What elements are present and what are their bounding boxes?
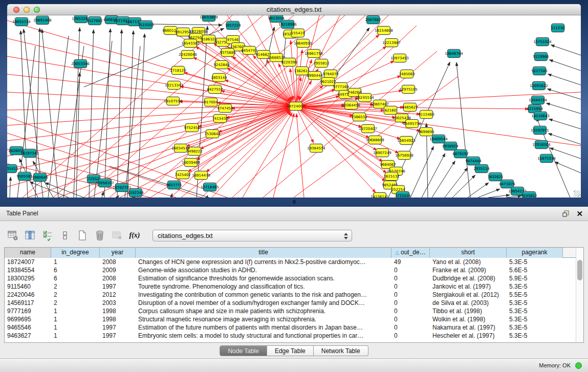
graph-node[interactable]: 12213343 bbox=[167, 81, 181, 90]
graph-node[interactable]: 7515503 bbox=[139, 20, 153, 29]
graph-node[interactable]: 9498222 bbox=[188, 147, 201, 156]
graph-node[interactable]: 917004 bbox=[204, 98, 217, 106]
graph-node[interactable]: 9245652 bbox=[522, 191, 536, 198]
graph-node[interactable]: 14136141 bbox=[373, 192, 386, 198]
graph-node[interactable]: 16409544 bbox=[432, 135, 445, 143]
graph-node[interactable]: 16034519 bbox=[174, 144, 187, 152]
graph-node[interactable]: 2935114 bbox=[475, 164, 488, 173]
graph-node[interactable]: 9752456 bbox=[185, 123, 199, 132]
graph-node[interactable]: 16543382 bbox=[184, 39, 197, 48]
graph-node[interactable]: 9242848 bbox=[215, 60, 228, 69]
graph-node[interactable]: 11675338 bbox=[540, 154, 553, 163]
graph-node[interactable]: 16914479 bbox=[194, 171, 208, 180]
network-window-titlebar[interactable]: citations_edges.txt bbox=[7, 4, 581, 15]
graph-node[interactable]: 19384554 bbox=[310, 144, 323, 152]
graph-node[interactable]: 7857224 bbox=[226, 21, 239, 30]
graph-node[interactable]: 15592971 bbox=[533, 126, 547, 135]
graph-node[interactable]: 8990444 bbox=[308, 71, 321, 80]
row-options-button[interactable] bbox=[58, 229, 72, 242]
graph-node[interactable]: 18107554 bbox=[166, 97, 180, 105]
graph-node[interactable]: 2803144 bbox=[212, 73, 226, 82]
delete-column-button[interactable] bbox=[93, 229, 106, 242]
graph-node[interactable]: 9505581 bbox=[18, 172, 31, 181]
panel-splitter-grip[interactable] bbox=[291, 200, 297, 204]
graph-node[interactable]: 12975105 bbox=[402, 85, 415, 94]
graph-node[interactable]: 12213987 bbox=[385, 38, 398, 47]
graph-node[interactable]: 16210643 bbox=[534, 112, 547, 120]
graph-node[interactable]: 4747451 bbox=[219, 104, 232, 113]
graph-node[interactable]: 111230 bbox=[551, 24, 564, 32]
table-row[interactable]: 969969511998Structural magnetic resonanc… bbox=[5, 315, 583, 323]
tab-edge-table[interactable]: Edge Table bbox=[267, 345, 314, 356]
graph-node[interactable]: 1960646 bbox=[33, 173, 47, 182]
graph-node[interactable]: 19218986 bbox=[281, 20, 294, 29]
table-row[interactable]: 1830029562008Estimation of significance … bbox=[5, 274, 583, 282]
graph-node[interactable]: 22420046 bbox=[181, 50, 194, 59]
graph-node[interactable]: 19055724 bbox=[15, 17, 28, 26]
graph-node[interactable]: 9699695 bbox=[420, 127, 433, 136]
float-panel-icon[interactable] bbox=[562, 210, 570, 217]
network-canvas[interactable]: 1872400786601238912954182260589627503165… bbox=[7, 15, 581, 198]
column-header-out_degree[interactable]: △out_de… bbox=[391, 248, 430, 258]
graph-node[interactable]: 9465627 bbox=[403, 103, 417, 112]
graph-node[interactable]: 10973493 bbox=[393, 54, 406, 62]
graph-node[interactable]: 15718485 bbox=[203, 183, 216, 191]
table-row[interactable]: 911546021997Tourette syndrome. Phenomeno… bbox=[5, 282, 583, 291]
graph-node[interactable]: 10688609 bbox=[368, 136, 382, 144]
graph-node[interactable]: 7425402 bbox=[176, 170, 189, 179]
table-row[interactable]: 2242004622012Investigating the contribut… bbox=[5, 291, 583, 299]
graph-node[interactable]: 8220396 bbox=[282, 58, 296, 67]
graph-node[interactable]: 16648784 bbox=[447, 49, 461, 58]
graph-node[interactable]: 20691406 bbox=[36, 16, 49, 25]
graph-node[interactable]: 9227343 bbox=[533, 67, 546, 75]
graph-node[interactable]: 7386532 bbox=[353, 113, 366, 121]
graph-node[interactable]: 1615132 bbox=[385, 172, 398, 181]
graph-node[interactable]: 16495758 bbox=[405, 119, 419, 128]
graph-node[interactable]: 62160 bbox=[384, 106, 397, 115]
table-mode-button[interactable] bbox=[6, 229, 19, 242]
table-select-dropdown[interactable]: citations_edges.txt bbox=[153, 230, 352, 242]
graph-node[interactable]: 8454743 bbox=[243, 46, 256, 55]
table-row[interactable]: 946554611997Estimation of the future num… bbox=[5, 323, 583, 332]
graph-node[interactable]: 8427552 bbox=[208, 85, 222, 94]
zoom-window-button[interactable] bbox=[34, 7, 40, 13]
graph-node[interactable]: 8186328 bbox=[202, 35, 215, 43]
graph-node[interactable]: 9115460 bbox=[420, 110, 433, 119]
graph-node[interactable]: 1733426 bbox=[396, 191, 409, 198]
graph-node[interactable]: 15654923 bbox=[400, 136, 413, 145]
select-columns-button[interactable] bbox=[41, 229, 54, 242]
graph-node[interactable]: 20364456 bbox=[344, 101, 358, 110]
graph-node[interactable]: 18907249 bbox=[376, 148, 389, 157]
graph-node[interactable]: 8912954 bbox=[177, 28, 190, 36]
graph-node[interactable]: 16961758 bbox=[307, 49, 320, 58]
column-header-year[interactable]: year bbox=[100, 248, 136, 258]
graph-node[interactable]: 12444194 bbox=[531, 96, 545, 104]
graph-node[interactable]: 9835412 bbox=[7, 164, 17, 173]
column-header-pagerank[interactable]: pagerank bbox=[507, 248, 563, 258]
column-header-short[interactable]: short bbox=[430, 248, 507, 258]
function-builder-button[interactable]: f(x) bbox=[128, 229, 141, 242]
graph-node[interactable]: 9375685 bbox=[221, 48, 234, 57]
graph-node[interactable]: 17016504 bbox=[535, 140, 548, 149]
graph-node[interactable]: 9657771 bbox=[167, 181, 181, 189]
graph-node[interactable]: 15751024 bbox=[536, 37, 549, 46]
graph-node[interactable]: 16720407 bbox=[361, 124, 375, 133]
column-header-title[interactable]: title bbox=[136, 248, 391, 258]
column-header-name[interactable]: name bbox=[5, 248, 51, 258]
graph-node[interactable]: 10958107 bbox=[98, 179, 112, 187]
canvas-resize-grip-icon[interactable] bbox=[574, 190, 580, 197]
graph-node[interactable]: 20053346 bbox=[74, 59, 87, 68]
graph-node[interactable]: 16039469 bbox=[184, 158, 198, 167]
graph-node[interactable]: 7415430 bbox=[213, 114, 227, 123]
delete-table-button[interactable] bbox=[111, 229, 124, 242]
graph-node[interactable]: 7485063 bbox=[400, 70, 413, 78]
graph-node[interactable]: 2087682 bbox=[366, 15, 380, 24]
graph-node[interactable]: 12093822 bbox=[532, 81, 546, 90]
close-panel-icon[interactable]: ✕ bbox=[576, 210, 583, 217]
graph-node[interactable]: 18640910 bbox=[296, 39, 310, 48]
create-column-button[interactable] bbox=[76, 229, 89, 242]
table-row[interactable]: 1456911722003Disruption of a novel membe… bbox=[5, 299, 583, 307]
scrollbar-thumb[interactable] bbox=[577, 260, 582, 280]
graph-node[interactable]: 6879197 bbox=[454, 149, 467, 158]
table-row[interactable]: 1938455462009Genome-wide association stu… bbox=[5, 266, 583, 274]
